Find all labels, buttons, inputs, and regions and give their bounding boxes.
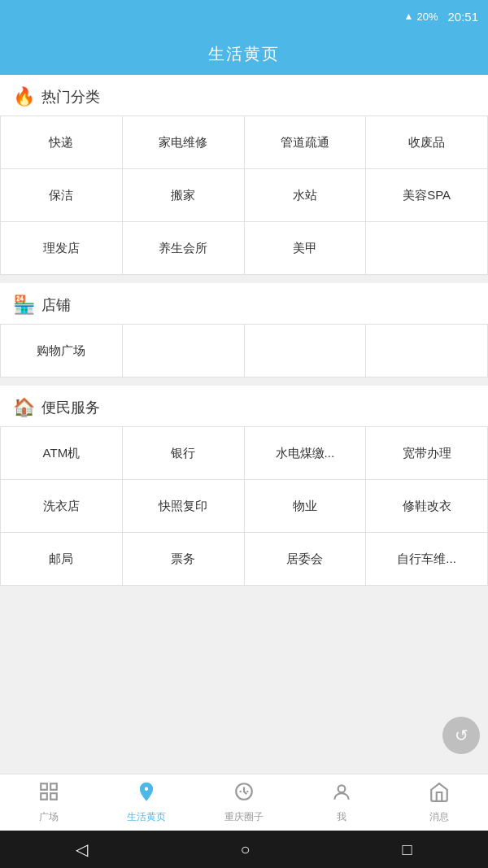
svg-rect-2 [41,793,47,800]
android-nav-bar: ◁ ○ □ [0,831,488,868]
grid-item-photo[interactable]: 快照复印 [123,480,245,533]
grid-item-shop-empty-2 [245,325,367,377]
shops-section: 🏪 店铺 购物广场 [0,283,488,377]
bottom-nav: 广场 生活黄页 重庆圈子 我 [0,774,488,831]
grid-item-shufei[interactable]: 收废品 [366,116,488,169]
store-icon: 🏪 [13,294,35,316]
time-label: 20:51 [447,10,478,24]
grid-item-meirong[interactable]: 美容SPA [366,169,488,222]
shops-title: 店铺 [41,295,71,315]
status-bar: ▲ 20% 20:51 [0,0,488,33]
circle-label: 重庆圈子 [224,810,264,824]
svg-rect-0 [41,783,47,790]
yellowpage-icon [136,781,157,808]
home-button[interactable]: ○ [240,840,250,859]
svg-point-7 [338,785,346,792]
grid-item-shoe-repair[interactable]: 修鞋改衣 [366,480,488,533]
shops-header: 🏪 店铺 [0,283,488,324]
fire-icon: 🔥 [13,86,35,107]
battery-label: 20% [416,11,438,23]
civil-service-grid: ATM机 银行 水电煤缴... 宽带办理 洗衣店 快照复印 物业 修鞋改衣 邮局… [0,426,488,586]
me-label: 我 [337,810,346,824]
civil-service-title: 便民服务 [41,398,100,417]
grid-item-guandao[interactable]: 管道疏通 [245,116,367,169]
me-icon [331,782,352,808]
civil-service-header: 🏠 便民服务 [0,386,488,426]
hot-categories-header: 🔥 热门分类 [0,75,488,116]
svg-rect-3 [50,793,57,800]
shops-grid: 购物广场 [0,324,488,377]
top-bar: 生活黄页 [0,33,488,75]
grid-item-kuaidi[interactable]: 快递 [1,116,123,169]
nav-item-circle[interactable]: 重庆圈子 [195,776,293,829]
page-title: 生活黄页 [208,43,280,65]
grid-item-property[interactable]: 物业 [245,480,367,533]
recent-button[interactable]: □ [402,840,412,859]
grid-item-bank[interactable]: 银行 [123,427,245,480]
grid-item-baojie[interactable]: 保洁 [1,169,123,222]
grid-item-laundry[interactable]: 洗衣店 [1,480,123,533]
grid-item-bike-repair[interactable]: 自行车维... [366,533,488,586]
grid-item-lifa[interactable]: 理发店 [1,222,123,275]
grid-item-atm[interactable]: ATM机 [1,427,123,480]
grid-item-utilities[interactable]: 水电煤缴... [245,427,367,480]
plaza-label: 广场 [39,810,59,824]
back-button[interactable]: ◁ [76,840,88,859]
nav-item-me[interactable]: 我 [293,777,390,829]
content-area: 🔥 热门分类 快递 家电维修 管道疏通 收废品 保洁 搬家 水站 美容SPA 理… [0,75,488,774]
message-icon [429,782,450,808]
grid-item-empty-1 [366,222,488,275]
float-refresh-button[interactable]: ↺ [442,717,480,754]
grid-item-banjia[interactable]: 搬家 [123,169,245,222]
hot-categories-section: 🔥 热门分类 快递 家电维修 管道疏通 收废品 保洁 搬家 水站 美容SPA 理… [0,75,488,275]
grid-item-shuizhan[interactable]: 水站 [245,169,367,222]
hot-categories-grid: 快递 家电维修 管道疏通 收废品 保洁 搬家 水站 美容SPA 理发店 养生会所… [0,116,488,275]
grid-item-shop-empty-1 [123,325,245,377]
yellowpage-label: 生活黄页 [127,810,166,824]
plaza-icon [38,781,59,808]
grid-item-post[interactable]: 邮局 [1,533,123,586]
civil-service-section: 🏠 便民服务 ATM机 银行 水电煤缴... 宽带办理 洗衣店 快照复印 物业 … [0,386,488,586]
circle-icon [233,781,255,808]
svg-rect-1 [50,783,57,790]
grid-item-meijia[interactable]: 美甲 [245,222,367,275]
nav-item-plaza[interactable]: 广场 [0,776,98,829]
hot-categories-title: 热门分类 [41,87,100,107]
home-service-icon: 🏠 [13,397,35,418]
nav-item-yellowpage[interactable]: 生活黄页 [98,776,195,829]
nav-item-message[interactable]: 消息 [390,777,488,829]
grid-item-broadband[interactable]: 宽带办理 [366,427,488,480]
grid-item-shopping[interactable]: 购物广场 [1,325,123,377]
signal-icon: ▲ [404,11,414,22]
status-icons: ▲ 20% 20:51 [404,10,478,24]
message-label: 消息 [429,810,449,824]
grid-item-community[interactable]: 居委会 [245,533,367,586]
grid-item-jiadian[interactable]: 家电维修 [123,116,245,169]
grid-item-shop-empty-3 [366,325,488,377]
grid-item-yangsheng[interactable]: 养生会所 [123,222,245,275]
grid-item-ticket[interactable]: 票务 [123,533,245,586]
